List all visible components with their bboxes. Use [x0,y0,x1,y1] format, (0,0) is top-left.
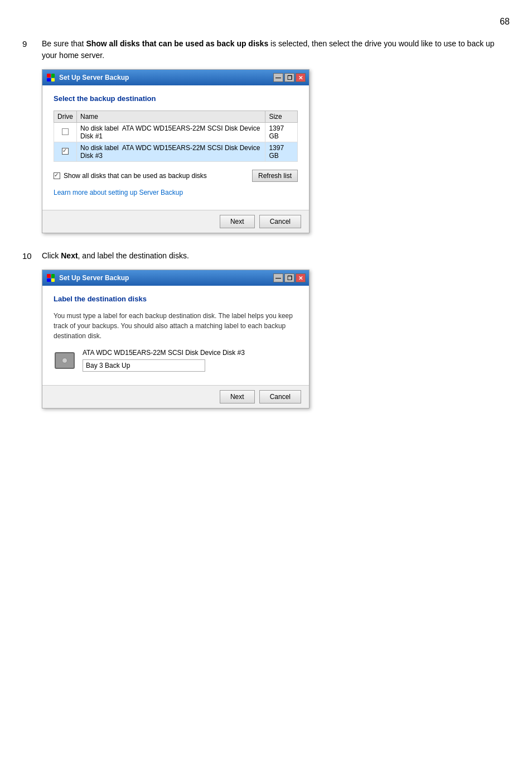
disk-2-checkbox-cell[interactable] [54,142,77,162]
dialog-1-footer: Next Cancel [42,210,309,233]
step-10-content: Click Next, and label the destination di… [42,250,510,409]
step-9: 9 Be sure that Show all disks that can b… [22,38,510,233]
col-drive: Drive [54,111,77,123]
restore-button[interactable]: ❒ [284,73,294,82]
step-9-number: 9 [22,38,42,49]
restore-button-2[interactable]: ❒ [284,273,294,282]
disk-1-name: No disk label ATA WDC WD15EARS-22M SCSI … [77,123,265,142]
dialog-select-backup: Set Up Server Backup — ❒ ✕ Select the ba… [42,69,309,233]
dialog-2-titlebar: Set Up Server Backup — ❒ ✕ [42,270,309,286]
step-10-text-after: , and label the destination disks. [78,251,189,260]
table-row[interactable]: No disk label ATA WDC WD15EARS-22M SCSI … [54,142,298,162]
dialog-1-title-left: Set Up Server Backup [46,73,129,83]
disk-2-checkbox[interactable] [62,148,69,155]
dialog-2-description: You must type a label for each backup de… [54,311,298,341]
show-all-checkbox[interactable] [54,172,60,179]
minimize-button[interactable]: — [273,73,283,82]
dialog-2-body: Label the destination disks You must typ… [42,286,309,385]
dialog-2-app-icon [46,273,56,283]
dialog-2-title-left: Set Up Server Backup [46,273,129,283]
disk-label-input[interactable] [83,359,205,372]
dialog-2-section-title: Label the destination disks [54,295,298,303]
show-all-label: Show all disks that can be used as backu… [64,172,207,180]
dialog-1-title-text: Set Up Server Backup [59,74,129,81]
step-9-text: Be sure that Show all disks that can be … [42,38,510,61]
page-number: 68 [22,17,510,27]
col-size: Size [265,111,298,123]
dialog-2-cancel-button[interactable]: Cancel [259,390,301,403]
hard-disk-icon [55,352,75,369]
step-10-text: Click Next, and label the destination di… [42,250,510,262]
windows-logo-icon [47,74,55,81]
step-10: 10 Click Next, and label the destination… [22,250,510,409]
close-button-2[interactable]: ✕ [296,273,306,282]
dialog-2-next-button[interactable]: Next [220,390,255,403]
disk-icon [54,350,76,371]
disk-1-checkbox[interactable] [62,128,69,135]
dialog-1-cancel-button[interactable]: Cancel [259,215,301,228]
step-10-number: 10 [22,250,42,261]
disk-1-size: 1397 GB [265,123,298,142]
dialog-2-controls[interactable]: — ❒ ✕ [273,273,306,282]
disk-table-body: No disk label ATA WDC WD15EARS-22M SCSI … [54,123,298,162]
dialog-2-footer: Next Cancel [42,385,309,408]
show-all-left: Show all disks that can be used as backu… [54,172,207,180]
step-9-text-before: Be sure that [42,39,86,48]
dialog-1-titlebar: Set Up Server Backup — ❒ ✕ [42,70,309,85]
step-9-content: Be sure that Show all disks that can be … [42,38,510,233]
dialog-1-controls[interactable]: — ❒ ✕ [273,73,306,82]
refresh-list-button[interactable]: Refresh list [252,170,298,182]
disk-1-drive-label: No disk label [80,124,119,132]
dialog-2-title-text: Set Up Server Backup [59,274,129,282]
disk-device-name: ATA WDC WD15EARS-22M SCSI Disk Device Di… [83,349,298,357]
disk-2-name: No disk label ATA WDC WD15EARS-22M SCSI … [77,142,265,162]
dialog-1-next-button[interactable]: Next [220,215,255,228]
step-9-text-bold: Show all disks that can be used as back … [86,39,268,48]
dialog-1-body: Select the backup destination Drive Name… [42,85,309,210]
minimize-button-2[interactable]: — [273,273,283,282]
step-10-text-bold: Next [61,251,78,260]
disk-2-size: 1397 GB [265,142,298,162]
table-row[interactable]: No disk label ATA WDC WD15EARS-22M SCSI … [54,123,298,142]
disk-label-row: ATA WDC WD15EARS-22M SCSI Disk Device Di… [54,349,298,372]
step-10-text-before: Click [42,251,61,260]
dialog-1-section-title: Select the backup destination [54,94,298,103]
disk-table: Drive Name Size No disk label ATA WDC WD… [54,110,298,162]
disk-1-checkbox-cell[interactable] [54,123,77,142]
close-button[interactable]: ✕ [296,73,306,82]
windows-logo-icon-2 [47,274,55,282]
disk-label-info: ATA WDC WD15EARS-22M SCSI Disk Device Di… [83,349,298,372]
dialog-label-disks: Set Up Server Backup — ❒ ✕ Label the des… [42,270,309,409]
col-name: Name [77,111,265,123]
show-all-row: Show all disks that can be used as backu… [54,170,298,182]
disk-table-head: Drive Name Size [54,111,298,123]
dialog-1-app-icon [46,73,56,83]
disk-table-header-row: Drive Name Size [54,111,298,123]
disk-2-drive-label: No disk label [80,144,119,152]
learn-more-link[interactable]: Learn more about setting up Server Backu… [54,189,298,196]
